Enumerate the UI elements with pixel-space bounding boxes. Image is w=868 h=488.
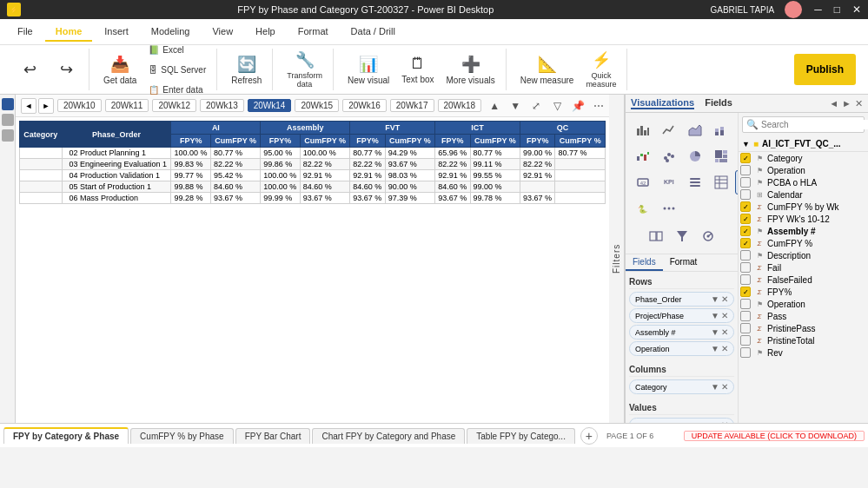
pill-expand-icon2[interactable]: ▼ [711, 311, 719, 320]
left-icon-3[interactable] [2, 129, 14, 142]
tab-modeling[interactable]: Modeling [141, 23, 201, 42]
update-status[interactable]: UPDATE AVAILABLE (CLICK TO DOWNLOAD) [684, 431, 865, 441]
field-item[interactable]: ΣFail [739, 261, 868, 274]
field-checkbox[interactable] [740, 287, 751, 297]
redo-btn[interactable]: ↪ [49, 49, 83, 90]
field-checkbox[interactable] [740, 214, 751, 224]
pill-remove-icon[interactable]: ✕ [721, 294, 728, 304]
field-checkbox[interactable] [740, 335, 751, 346]
tab-data-drill[interactable]: Data / Drill [341, 23, 406, 42]
canvas-filter-icon[interactable]: ▽ [547, 96, 567, 115]
tab-view[interactable]: View [202, 23, 243, 42]
tab-help[interactable]: Help [245, 23, 286, 42]
panel-nav-right[interactable]: ► [842, 98, 851, 109]
vis-icon-waterfall[interactable] [631, 144, 655, 168]
sql-btn[interactable]: 🗄SQL Server [143, 60, 211, 79]
field-item[interactable]: ⚑Operation [739, 298, 868, 310]
canvas-pin-icon[interactable]: 📌 [568, 96, 587, 115]
pill-project-phase[interactable]: Project/Phase ▼ ✕ [629, 308, 734, 323]
filters-tab[interactable]: Filters [609, 95, 625, 423]
pill-col-remove[interactable]: ✕ [721, 382, 728, 392]
field-checkbox[interactable] [740, 311, 751, 321]
week-20wk15[interactable]: 20Wk15 [295, 99, 339, 112]
pill-expand-icon3[interactable]: ▼ [711, 327, 719, 337]
vis-icon-line[interactable] [657, 118, 681, 142]
pill-remove-icon2[interactable]: ✕ [721, 311, 728, 320]
build-tab-fields[interactable]: Fields [626, 254, 663, 271]
left-icon-1[interactable] [2, 98, 14, 110]
week-20wk17[interactable]: 20Wk17 [390, 99, 434, 112]
week-20wk18[interactable]: 20Wk18 [438, 99, 482, 112]
pill-fpy-pct[interactable]: FPY% ▼ ✕ [629, 418, 734, 423]
maximize-btn[interactable]: □ [834, 3, 840, 16]
field-checkbox[interactable] [740, 238, 751, 248]
field-checkbox[interactable] [740, 299, 751, 309]
nav-right-btn[interactable]: ► [38, 98, 54, 114]
nav-left-btn[interactable]: ◄ [21, 98, 36, 114]
week-20wk11[interactable]: 20Wk11 [105, 99, 149, 112]
page-tab-1[interactable]: CumFPY % by Phase [130, 428, 234, 444]
add-page-btn[interactable]: + [580, 427, 598, 445]
vis-icon-area[interactable] [683, 118, 707, 142]
field-item[interactable]: ΣPristineTotal [739, 334, 868, 346]
tab-file[interactable]: File [7, 23, 43, 42]
pill-remove-icon4[interactable]: ✕ [721, 344, 728, 353]
field-item[interactable]: ΣFPY Wk's 10-12 [739, 213, 868, 225]
field-checkbox[interactable] [740, 250, 751, 260]
pill-assembly[interactable]: Assembly # ▼ ✕ [629, 325, 734, 340]
field-checkbox[interactable] [740, 189, 751, 200]
vis-icon-analytics[interactable] [696, 224, 720, 248]
field-item[interactable]: ⚑PCBA o HLA [739, 176, 868, 188]
left-icon-2[interactable] [2, 114, 14, 126]
field-checkbox[interactable] [740, 347, 751, 358]
canvas-icon-up[interactable]: ▲ [485, 96, 504, 115]
vis-icon-card[interactable]: 42 [631, 170, 655, 195]
vis-icon-table[interactable] [709, 170, 733, 195]
tab-insert[interactable]: Insert [94, 23, 139, 42]
vis-icon-python[interactable]: 🐍 [631, 196, 655, 221]
minimize-btn[interactable]: ─ [814, 3, 822, 16]
field-checkbox[interactable] [740, 153, 751, 163]
vis-icon-kpi[interactable]: KPI [657, 170, 681, 195]
vis-icon-treemap[interactable] [709, 144, 733, 168]
canvas-icon-down[interactable]: ▼ [506, 96, 525, 115]
get-data-btn[interactable]: 📥 Get data [98, 49, 142, 90]
field-item[interactable]: ΣCumFPY % [739, 237, 868, 249]
field-checkbox[interactable] [740, 323, 751, 333]
field-checkbox[interactable] [740, 201, 751, 212]
week-20wk12[interactable]: 20Wk12 [152, 99, 196, 112]
field-checkbox[interactable] [740, 165, 751, 175]
new-visual-btn[interactable]: 📊 New visual [342, 49, 394, 90]
pill-category[interactable]: Category ▼ ✕ [629, 379, 734, 394]
excel-btn[interactable]: 📗Excel [143, 40, 211, 59]
field-checkbox[interactable] [740, 262, 751, 273]
page-tab-3[interactable]: Chart FPY by Category and Phase [312, 428, 465, 444]
pill-val-remove1[interactable]: ✕ [721, 420, 728, 423]
pill-col-expand[interactable]: ▼ [711, 382, 719, 392]
vis-icon-fields[interactable] [644, 224, 668, 248]
build-tab-format[interactable]: Format [663, 254, 705, 271]
canvas-icon-expand[interactable]: ⤢ [527, 96, 546, 115]
transform-btn[interactable]: 🔧 Transformdata [282, 49, 328, 90]
vis-tab[interactable]: Visualizations [631, 97, 694, 109]
field-checkbox[interactable] [740, 274, 751, 285]
tab-home[interactable]: Home [45, 23, 93, 42]
pill-val-expand1[interactable]: ▼ [711, 420, 719, 423]
vis-icon-more[interactable] [657, 196, 681, 221]
field-item[interactable]: ΣFalseFailed [739, 274, 868, 286]
vis-icon-stacked-bar[interactable] [709, 118, 733, 142]
week-20wk13[interactable]: 20Wk13 [200, 99, 244, 112]
vis-icon-slicer[interactable] [683, 170, 707, 195]
week-20wk14[interactable]: 20Wk14 [248, 99, 292, 112]
undo-btn[interactable]: ↩ [12, 49, 47, 90]
pill-remove-icon3[interactable]: ✕ [721, 327, 728, 337]
pill-operation[interactable]: Operation ▼ ✕ [629, 341, 734, 356]
fields-search-input[interactable] [761, 120, 868, 129]
publish-btn[interactable]: Publish [794, 54, 856, 85]
field-checkbox[interactable] [740, 177, 751, 188]
page-tab-4[interactable]: Table FPY by Catego... [467, 428, 575, 444]
tab-format[interactable]: Format [288, 23, 339, 42]
title-bar-controls[interactable]: GABRIEL TAPIA ─ □ ✕ [711, 1, 862, 18]
field-item[interactable]: ΣPass [739, 310, 868, 322]
page-tab-2[interactable]: FPY Bar Chart [235, 428, 311, 444]
